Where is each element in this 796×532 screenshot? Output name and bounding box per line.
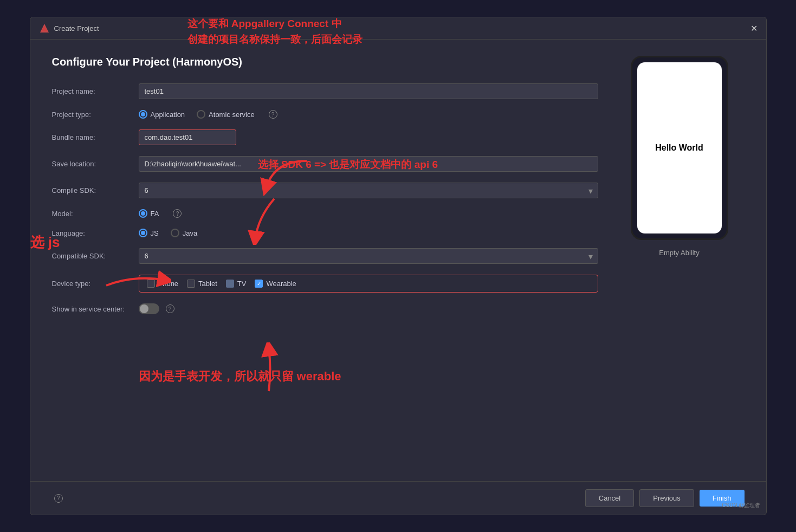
wearable-annotation: 因为是手表开发，所以就只留 werable xyxy=(139,368,341,385)
checkbox-tv-label: TV xyxy=(237,280,247,288)
project-name-label: Project name: xyxy=(52,87,139,95)
radio-java-label: Java xyxy=(183,229,197,237)
model-radio-group: FA ? xyxy=(139,209,598,218)
checkbox-tv-box xyxy=(226,280,234,288)
show-service-center-label: Show in service center: xyxy=(52,305,139,313)
save-location-label: Save location: xyxy=(52,160,139,168)
radio-application-label: Application xyxy=(151,111,185,119)
dialog-footer: ? Cancel Previous Finish xyxy=(30,481,766,515)
create-project-dialog: Create Project ✕ Configure Your Project … xyxy=(30,17,767,515)
project-type-label: Project type: xyxy=(52,111,139,119)
title-bar: Create Project ✕ xyxy=(30,17,766,40)
radio-fa[interactable]: FA xyxy=(139,209,159,218)
checkbox-tablet-label: Tablet xyxy=(198,280,217,288)
language-label: Language: xyxy=(52,229,139,237)
radio-atomic-service[interactable]: Atomic service xyxy=(197,110,255,119)
compile-sdk-control: 6 5 7 8 xyxy=(139,183,598,198)
preview-panel: Hello World Empty Ability xyxy=(614,56,745,465)
language-radio-group: JS Java xyxy=(139,229,598,237)
show-service-center-control: ? xyxy=(139,303,598,314)
project-type-radio-group: Application Atomic service ? xyxy=(139,110,598,119)
device-screen-text: Hello World xyxy=(655,143,703,153)
device-type-row: Device type: Phone Tablet TV xyxy=(52,275,598,293)
checkbox-wearable-label: Wearable xyxy=(266,280,296,288)
language-row: Language: JS Java xyxy=(52,229,598,237)
radio-java[interactable]: Java xyxy=(171,229,197,237)
radio-js-circle xyxy=(139,229,147,237)
footer-left: ? xyxy=(52,494,63,503)
bundle-name-control xyxy=(139,129,598,145)
dialog-body: Configure Your Project (HarmonyOS) Proje… xyxy=(30,40,766,481)
previous-button[interactable]: Previous xyxy=(639,489,694,507)
radio-java-circle xyxy=(171,229,179,237)
radio-atomic-service-circle xyxy=(197,110,205,119)
cancel-button[interactable]: Cancel xyxy=(585,489,634,507)
project-name-row: Project name: xyxy=(52,83,598,99)
device-type-control: Phone Tablet TV Wearable xyxy=(139,275,598,293)
watermark: CSDN @监理者 xyxy=(722,502,760,509)
checkbox-phone[interactable]: Phone xyxy=(147,280,179,288)
close-button[interactable]: ✕ xyxy=(750,23,758,34)
project-type-control: Application Atomic service ? xyxy=(139,110,598,119)
compatible-sdk-label: Compatible SDK: xyxy=(52,252,139,260)
dialog-title: Create Project xyxy=(54,24,99,33)
show-service-center-wrapper: ? xyxy=(139,303,598,314)
compatible-sdk-control: 6 5 7 8 xyxy=(139,248,598,264)
device-type-label: Device type: xyxy=(52,280,139,288)
radio-fa-label: FA xyxy=(151,210,159,218)
show-service-center-row: Show in service center: ? xyxy=(52,303,598,314)
title-bar-left: Create Project xyxy=(39,23,99,34)
project-name-input[interactable] xyxy=(139,83,598,99)
checkbox-phone-label: Phone xyxy=(158,280,179,288)
save-location-row: Save location: xyxy=(52,156,598,172)
device-type-checkbox-group: Phone Tablet TV Wearable xyxy=(139,275,598,293)
checkbox-phone-box xyxy=(147,280,155,288)
project-type-row: Project type: Application Atomic service… xyxy=(52,110,598,119)
show-service-center-help-icon[interactable]: ? xyxy=(166,304,174,313)
compile-sdk-label: Compile SDK: xyxy=(52,186,139,194)
app-logo-icon xyxy=(39,23,50,34)
bundle-name-input[interactable] xyxy=(139,129,236,145)
preview-label: Empty Ability xyxy=(659,249,699,257)
bundle-name-row: Bundle name: xyxy=(52,129,598,145)
compile-sdk-select[interactable]: 6 5 7 8 xyxy=(139,183,598,198)
compatible-sdk-wrapper: 6 5 7 8 xyxy=(139,248,598,264)
checkbox-tv[interactable]: TV xyxy=(226,280,247,288)
project-name-control xyxy=(139,83,598,99)
form-panel: Configure Your Project (HarmonyOS) Proje… xyxy=(52,56,598,465)
model-control: FA ? xyxy=(139,209,598,218)
model-label: Model: xyxy=(52,210,139,218)
compatible-sdk-select[interactable]: 6 5 7 8 xyxy=(139,248,598,264)
radio-application-circle xyxy=(139,110,147,119)
save-location-input[interactable] xyxy=(139,156,598,172)
language-control: JS Java xyxy=(139,229,598,237)
checkbox-tablet[interactable]: Tablet xyxy=(187,280,217,288)
device-screen: Hello World xyxy=(637,62,722,233)
device-preview: Hello World xyxy=(631,56,728,240)
radio-fa-circle xyxy=(139,209,147,218)
compile-sdk-row: Compile SDK: 6 5 7 8 xyxy=(52,183,598,198)
compile-sdk-wrapper: 6 5 7 8 xyxy=(139,183,598,198)
radio-js[interactable]: JS xyxy=(139,229,159,237)
checkbox-wearable[interactable]: Wearable xyxy=(255,280,296,288)
footer-right: Cancel Previous Finish xyxy=(585,489,745,507)
radio-application[interactable]: Application xyxy=(139,110,185,119)
footer-help-icon[interactable]: ? xyxy=(54,494,63,503)
compatible-sdk-row: Compatible SDK: 6 5 7 8 xyxy=(52,248,598,264)
radio-atomic-service-label: Atomic service xyxy=(209,111,255,119)
model-row: Model: FA ? xyxy=(52,209,598,218)
page-title: Configure Your Project (HarmonyOS) xyxy=(52,56,598,68)
model-help-icon[interactable]: ? xyxy=(173,209,182,218)
show-service-center-toggle[interactable] xyxy=(139,303,159,314)
bundle-name-label: Bundle name: xyxy=(52,133,139,141)
checkbox-tablet-box xyxy=(187,280,195,288)
project-type-help-icon[interactable]: ? xyxy=(269,110,277,119)
checkbox-wearable-box xyxy=(255,280,263,288)
save-location-control xyxy=(139,156,598,172)
radio-js-label: JS xyxy=(151,229,159,237)
